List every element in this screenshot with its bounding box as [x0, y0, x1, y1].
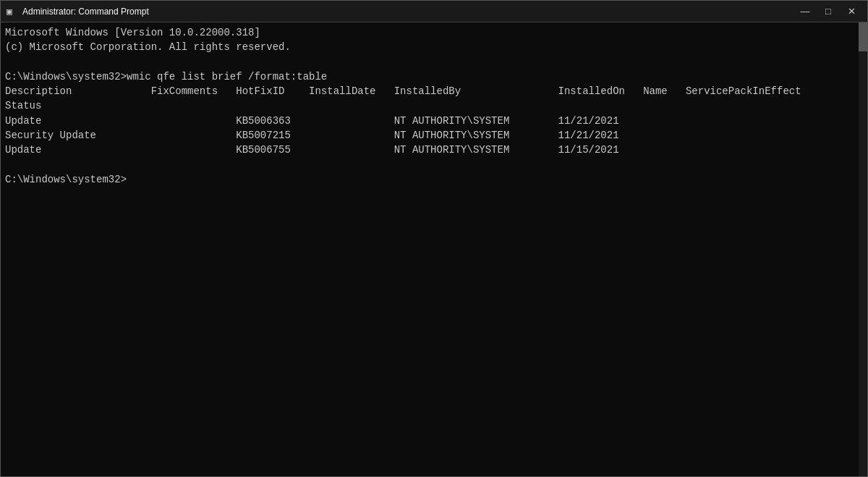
maximize-button[interactable]: □: [818, 4, 838, 19]
title-bar: ▣ Administrator: Command Prompt — □ ✕: [1, 1, 867, 22]
cmd-window: ▣ Administrator: Command Prompt — □ ✕ Mi…: [0, 0, 868, 477]
minimize-button[interactable]: —: [795, 4, 815, 19]
window-title: Administrator: Command Prompt: [22, 7, 149, 17]
scrollbar-thumb[interactable]: [859, 22, 867, 51]
terminal-body[interactable]: Microsoft Windows [Version 10.0.22000.31…: [1, 22, 867, 476]
close-button[interactable]: ✕: [841, 4, 861, 19]
window-controls: — □ ✕: [795, 4, 861, 19]
scrollbar[interactable]: [859, 22, 867, 476]
cmd-icon: ▣: [7, 6, 18, 17]
terminal-output: Microsoft Windows [Version 10.0.22000.31…: [5, 25, 863, 172]
title-bar-left: ▣ Administrator: Command Prompt: [7, 6, 149, 17]
terminal-prompt[interactable]: C:\Windows\system32>: [5, 172, 863, 187]
